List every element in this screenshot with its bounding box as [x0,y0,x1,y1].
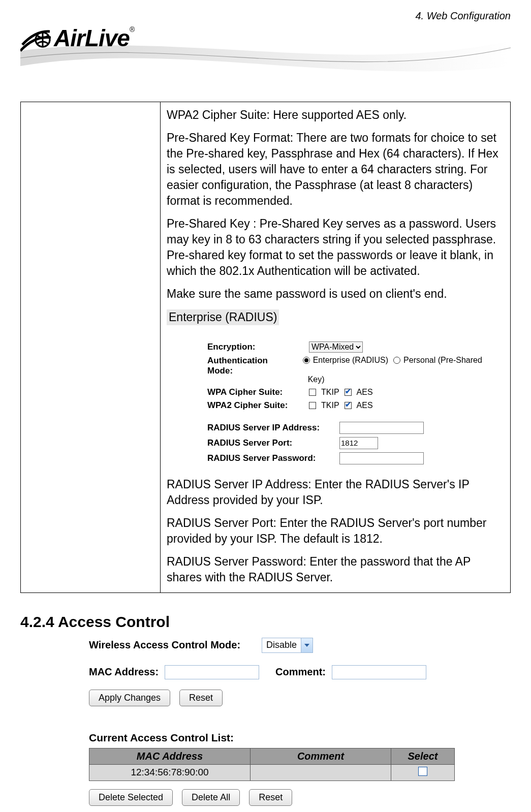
wpa-tkip-checkbox[interactable] [309,389,316,396]
psk-format-text: Pre-Shared Key Format: There are two for… [167,130,504,209]
radius-port-input[interactable] [339,437,378,449]
psk-text: Pre-Shared Key : Pre-Shared Key serves a… [167,216,504,279]
reset-button[interactable]: Reset [179,690,223,706]
same-password-note: Make sure the same password is used on c… [167,286,504,302]
mac-address-input[interactable] [165,665,259,679]
description-table: WPA2 Cipher Suite: Here supported AES on… [20,102,511,593]
apply-changes-button[interactable]: Apply Changes [89,690,170,706]
header-banner: 4. Web Configuration [20,10,511,91]
wpa2-aes-label: AES [357,401,373,410]
encryption-select[interactable]: WPA-Mixed [309,341,363,353]
acl-header-mac: MAC Address [89,748,251,764]
comment-label: Comment: [275,666,326,678]
page-number: 38 [0,810,531,812]
auth-personal-radio-label: Personal (Pre-Shared [403,356,482,365]
wpa2-cipher-label: WPA2 Cipher Suite: [207,400,309,411]
auth-enterprise-radio-label: Enterprise (RADIUS) [313,356,388,365]
wpa-aes-checkbox[interactable] [345,389,352,396]
radius-ip-desc: RADIUS Server IP Address: Enter the RADI… [167,477,504,508]
wpa-aes-label: AES [357,388,373,397]
auth-mode-label: Authentication Mode: [207,356,303,376]
acl-cell-comment [251,764,391,780]
wpa-cipher-label: WPA Cipher Suite: [207,387,309,397]
auth-personal-label-line2: Key) [308,375,325,384]
logo-registered-icon: ® [130,25,135,34]
description-left-cell [21,102,161,593]
radius-password-label: RADIUS Server Password: [207,453,339,463]
logo-text: AirLive [54,24,130,52]
page: 4. Web Configuration [0,0,531,812]
radius-password-desc: RADIUS Server Password: Enter the passwo… [167,554,504,585]
acl-cell-select [391,764,455,780]
mac-address-label: MAC Address: [89,666,159,678]
brand-logo: AirLive ® [20,24,135,55]
auth-personal-radio[interactable] [393,357,400,364]
logo-globe-icon [20,24,51,55]
acl-row-select-checkbox[interactable] [418,767,427,776]
radius-ip-input[interactable] [339,422,424,434]
wpa2-tkip-label: TKIP [321,401,339,410]
radius-port-desc: RADIUS Server Port: Enter the RADIUS Ser… [167,515,504,547]
access-control-panel: Wireless Access Control Mode: Disable MA… [89,638,511,806]
description-right-cell: WPA2 Cipher Suite: Here supported AES on… [161,102,511,593]
wpa2-cipher-text: WPA2 Cipher Suite: Here supported AES on… [167,107,504,123]
acl-header-select: Select [391,748,455,764]
wpa-tkip-label: TKIP [321,388,339,397]
comment-input[interactable] [332,665,426,679]
ac-mode-label: Wireless Access Control Mode: [89,639,240,651]
auth-enterprise-radio[interactable] [303,357,310,364]
reset-button-2[interactable]: Reset [249,789,292,806]
acl-header-comment: Comment [251,748,391,764]
ac-mode-select[interactable]: Disable [262,638,313,653]
delete-all-button[interactable]: Delete All [182,789,240,806]
acl-table: MAC Address Comment Select 12:34:56:78:9… [89,748,455,781]
chapter-label: 4. Web Configuration [415,10,511,22]
radius-port-label: RADIUS Server Port: [207,438,339,448]
radius-password-input[interactable] [339,452,424,464]
chevron-down-icon [301,638,313,652]
enterprise-radius-label: Enterprise (RADIUS) [167,309,279,325]
table-row: 12:34:56:78:90:00 [89,764,455,780]
radius-ip-label: RADIUS Server IP Address: [207,423,339,433]
wpa2-tkip-checkbox[interactable] [309,402,316,409]
section-heading-access-control: 4.2.4 Access Control [20,613,511,631]
acl-heading: Current Access Control List: [89,732,511,744]
wpa2-aes-checkbox[interactable] [345,402,352,409]
encryption-label: Encryption: [207,342,309,352]
delete-selected-button[interactable]: Delete Selected [89,789,173,806]
ac-mode-select-value: Disable [262,640,301,650]
radius-settings-panel: Encryption: WPA-Mixed Authentication Mod… [167,331,504,477]
acl-cell-mac: 12:34:56:78:90:00 [89,764,251,780]
